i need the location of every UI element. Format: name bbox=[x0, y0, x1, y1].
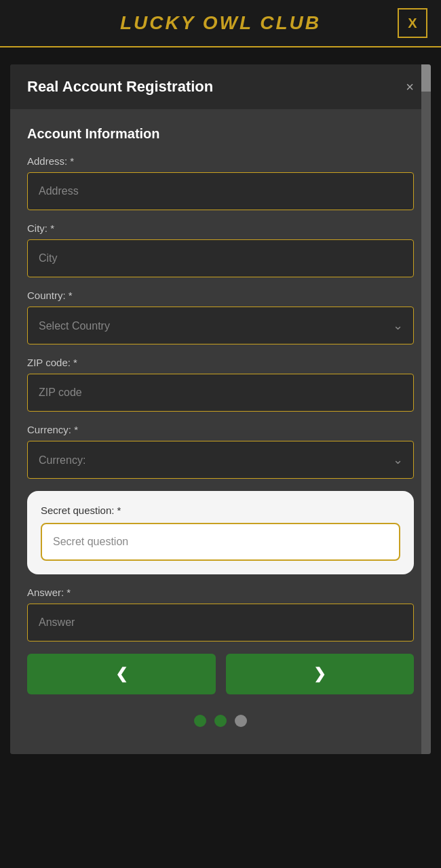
country-label: Country: * bbox=[27, 290, 414, 301]
answer-input[interactable] bbox=[27, 604, 414, 642]
pagination-dot-1 bbox=[194, 715, 206, 727]
country-group: Country: * Select Country ⌄ bbox=[27, 290, 414, 344]
top-close-button[interactable]: X bbox=[398, 8, 427, 38]
zip-input[interactable] bbox=[27, 374, 414, 412]
modal-close-button[interactable]: × bbox=[406, 79, 414, 95]
next-icon: ❯ bbox=[313, 665, 326, 683]
country-select[interactable]: Select Country bbox=[27, 307, 414, 344]
address-input[interactable] bbox=[27, 172, 414, 210]
secret-question-card: Secret question: * bbox=[27, 491, 414, 574]
nav-buttons: ❮ ❯ bbox=[27, 654, 414, 705]
currency-label: Currency: * bbox=[27, 424, 414, 435]
next-button[interactable]: ❯ bbox=[226, 654, 415, 694]
answer-group: Answer: * bbox=[27, 587, 414, 642]
back-icon: ❮ bbox=[115, 665, 128, 683]
currency-select[interactable]: Currency: bbox=[27, 441, 414, 479]
scroll-thumb[interactable] bbox=[421, 64, 431, 92]
currency-group: Currency: * Currency: ⌄ bbox=[27, 424, 414, 479]
city-group: City: * bbox=[27, 222, 414, 277]
section-title: Account Information bbox=[27, 126, 414, 142]
secret-question-label: Secret question: * bbox=[41, 505, 400, 516]
country-select-wrapper: Select Country ⌄ bbox=[27, 307, 414, 344]
answer-label: Answer: * bbox=[27, 587, 414, 598]
top-bar: LUCKY OWL CLUB X bbox=[0, 0, 441, 47]
registration-modal: Real Account Registration × Account Info… bbox=[10, 64, 431, 754]
zip-group: ZIP code: * bbox=[27, 357, 414, 412]
scrollbar[interactable] bbox=[421, 64, 431, 754]
modal-title: Real Account Registration bbox=[27, 78, 213, 96]
pagination bbox=[27, 705, 414, 741]
address-label: Address: * bbox=[27, 155, 414, 167]
zip-label: ZIP code: * bbox=[27, 357, 414, 368]
back-button[interactable]: ❮ bbox=[27, 654, 216, 694]
city-label: City: * bbox=[27, 222, 414, 234]
pagination-dot-3 bbox=[235, 715, 247, 727]
city-input[interactable] bbox=[27, 239, 414, 277]
address-group: Address: * bbox=[27, 155, 414, 210]
logo: LUCKY OWL CLUB bbox=[120, 12, 321, 34]
secret-question-input[interactable] bbox=[41, 523, 400, 561]
modal-body: Account Information Address: * City: * C… bbox=[10, 109, 431, 754]
modal-header: Real Account Registration × bbox=[10, 64, 431, 109]
pagination-dot-2 bbox=[214, 715, 227, 727]
currency-select-wrapper: Currency: ⌄ bbox=[27, 441, 414, 479]
